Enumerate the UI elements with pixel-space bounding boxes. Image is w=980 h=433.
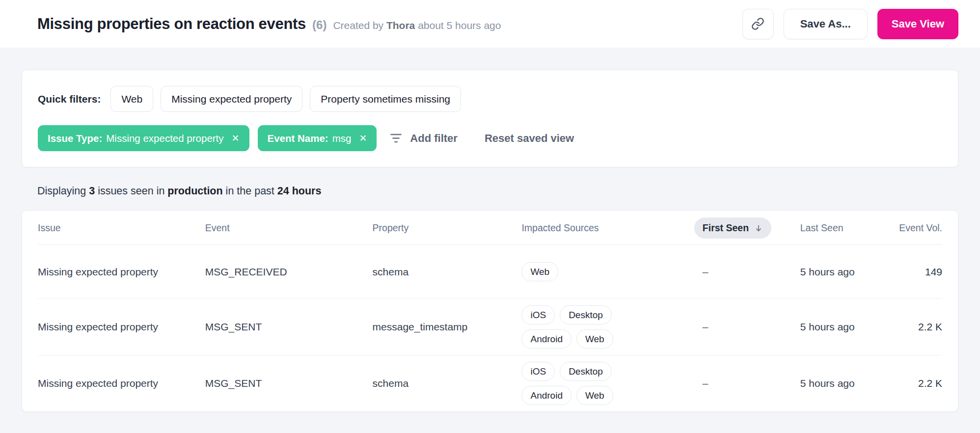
created-by-text: Created by — [333, 20, 383, 31]
filter-chip-label: Event Name: — [268, 133, 328, 144]
source-pill-web: Web — [576, 329, 613, 349]
last-seen-cell: 5 hours ago — [800, 355, 879, 412]
copy-link-button[interactable] — [742, 9, 774, 39]
title-group: Missing properties on reaction events (6… — [37, 15, 501, 33]
page-title: Missing properties on reaction events — [37, 15, 306, 33]
filter-lines-icon — [389, 133, 403, 144]
source-pill-web: Web — [576, 386, 613, 405]
event-vol-cell: 2.2 K — [879, 355, 942, 412]
source-pill-desktop: Desktop — [560, 305, 612, 325]
active-filter-chip[interactable]: Event Name: msg ✕ — [258, 125, 377, 151]
sources-cell: Web — [521, 245, 702, 299]
column-header-impacted-sources[interactable]: Impacted Sources — [521, 211, 702, 245]
filter-chip-value: Missing expected property — [106, 133, 223, 144]
issue-cell: Missing expected property — [38, 245, 205, 299]
summary-count: 3 — [89, 185, 95, 197]
event-cell: MSG_RECEIVED — [205, 245, 373, 299]
active-filters-row: Issue Type: Missing expected property ✕ … — [38, 125, 942, 151]
quick-filter-property-sometimes-missing[interactable]: Property sometimes missing — [310, 86, 461, 112]
issue-count-badge: (6) — [312, 18, 327, 32]
header-actions: Save As... Save View — [742, 9, 958, 39]
table-row[interactable]: Missing expected property MSG_RECEIVED s… — [38, 245, 942, 299]
active-filter-chip[interactable]: Issue Type: Missing expected property ✕ — [38, 125, 249, 151]
link-icon — [751, 17, 764, 30]
property-cell: schema — [373, 245, 522, 299]
summary-mid2: in the past — [226, 185, 274, 197]
issue-cell: Missing expected property — [38, 299, 205, 355]
column-header-last-seen[interactable]: Last Seen — [800, 211, 879, 245]
active-sort-pill[interactable]: First Seen — [694, 217, 771, 239]
results-summary: Displaying 3 issues seen in production i… — [37, 185, 958, 197]
column-header-first-seen[interactable]: First Seen — [703, 211, 800, 245]
filter-chip-value: msg — [332, 133, 352, 144]
quick-filters: Web Missing expected property Property s… — [110, 86, 461, 112]
first-seen-cell: – — [703, 355, 800, 412]
add-filter-button[interactable]: Add filter — [389, 132, 458, 145]
first-seen-label: First Seen — [703, 222, 749, 234]
add-filter-label: Add filter — [410, 132, 458, 145]
summary-mid1: issues seen in — [98, 185, 164, 197]
event-cell: MSG_SENT — [205, 355, 373, 412]
column-header-event[interactable]: Event — [205, 211, 373, 245]
property-cell: message_timestamp — [373, 299, 522, 355]
active-filters: Issue Type: Missing expected property ✕ … — [38, 125, 377, 151]
last-seen-cell: 5 hours ago — [800, 299, 879, 355]
sources-cell: iOSDesktopAndroidWeb — [521, 355, 702, 412]
sort-descending-arrow-icon — [754, 224, 763, 233]
table-header-row: Issue Event Property Impacted Sources Fi… — [38, 211, 942, 245]
quick-filters-label: Quick filters: — [38, 93, 101, 105]
summary-time-range: 24 hours — [277, 185, 322, 197]
created-time-text: about 5 hours ago — [418, 20, 501, 31]
filter-chip-label: Issue Type: — [48, 133, 102, 144]
source-pill-android: Android — [521, 386, 572, 405]
summary-environment: production — [167, 185, 222, 197]
first-seen-cell: – — [703, 245, 800, 299]
table-row[interactable]: Missing expected property MSG_SENT schem… — [38, 355, 942, 412]
issues-table: Issue Event Property Impacted Sources Fi… — [38, 211, 942, 411]
reset-saved-view-button[interactable]: Reset saved view — [485, 132, 574, 145]
table-row[interactable]: Missing expected property MSG_SENT messa… — [38, 299, 942, 355]
quick-filter-web[interactable]: Web — [110, 86, 153, 112]
source-pill-ios: iOS — [521, 362, 555, 381]
save-view-button[interactable]: Save View — [877, 9, 958, 39]
quick-filters-row: Quick filters: Web Missing expected prop… — [38, 86, 942, 112]
source-pill-android: Android — [521, 329, 572, 349]
column-header-property[interactable]: Property — [373, 211, 522, 245]
summary-prefix: Displaying — [37, 185, 86, 197]
source-pill-desktop: Desktop — [560, 362, 612, 381]
issue-cell: Missing expected property — [38, 355, 205, 412]
remove-filter-icon[interactable]: ✕ — [359, 134, 367, 143]
save-as-button[interactable]: Save As... — [784, 9, 868, 39]
table-body: Missing expected property MSG_RECEIVED s… — [38, 245, 942, 412]
event-cell: MSG_SENT — [205, 299, 373, 355]
source-pill-ios: iOS — [521, 305, 555, 325]
issues-table-card: Issue Event Property Impacted Sources Fi… — [22, 210, 958, 412]
event-vol-cell: 149 — [879, 245, 942, 299]
first-seen-cell: – — [703, 299, 800, 355]
property-cell: schema — [373, 355, 522, 412]
filter-panel: Quick filters: Web Missing expected prop… — [22, 70, 958, 167]
author-name: Thora — [386, 20, 415, 31]
remove-filter-icon[interactable]: ✕ — [232, 134, 240, 143]
column-header-event-vol[interactable]: Event Vol. — [879, 211, 942, 245]
sources-cell: iOSDesktopAndroidWeb — [521, 299, 702, 355]
topbar: Missing properties on reaction events (6… — [0, 0, 980, 48]
column-header-issue[interactable]: Issue — [38, 211, 205, 245]
last-seen-cell: 5 hours ago — [800, 245, 879, 299]
created-by-meta: Created by Thora about 5 hours ago — [333, 20, 501, 31]
quick-filter-missing-expected-property[interactable]: Missing expected property — [161, 86, 302, 112]
event-vol-cell: 2.2 K — [879, 299, 942, 355]
source-pill-web: Web — [521, 262, 558, 281]
